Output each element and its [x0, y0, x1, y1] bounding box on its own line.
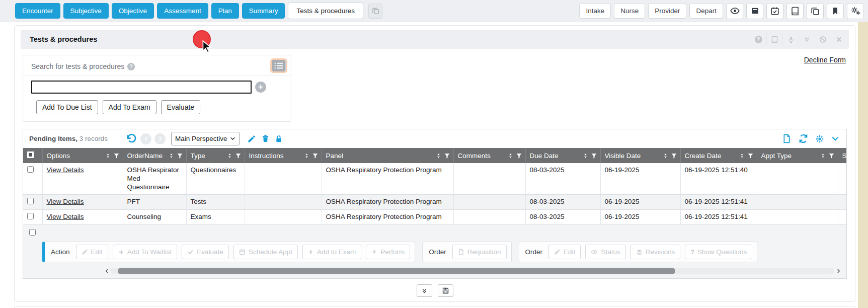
add-to-exam-button[interactable]: Add To Exam: [103, 100, 156, 114]
new-row-checkbox[interactable]: [29, 229, 36, 236]
evaluate-button[interactable]: Evaluate: [182, 245, 229, 259]
decline-ban-icon-button[interactable]: [815, 33, 831, 45]
sort-icon[interactable]: [739, 152, 745, 159]
view-details-link[interactable]: View Details: [47, 166, 84, 174]
row-checkbox[interactable]: [27, 166, 34, 173]
tab-assessment[interactable]: Assessment: [157, 3, 208, 19]
lock-icon-button[interactable]: [275, 135, 283, 143]
book-icon-button[interactable]: [766, 33, 782, 45]
tab-summary[interactable]: Summary: [242, 3, 285, 19]
column-comments[interactable]: Comments: [453, 148, 525, 163]
row-checkbox[interactable]: [27, 198, 34, 204]
filter-funnel-icon[interactable]: [671, 152, 677, 159]
order-edit-button[interactable]: Edit: [548, 245, 581, 259]
collapse-section-button[interactable]: [417, 284, 432, 297]
edit-perspective-icon-button[interactable]: [247, 134, 256, 143]
next-page-button[interactable]: [154, 133, 166, 144]
column-status-partial[interactable]: S: [838, 148, 847, 163]
column-due-date[interactable]: Due Date: [525, 148, 600, 163]
sort-icon[interactable]: [105, 152, 111, 159]
depart-button[interactable]: Depart: [689, 3, 723, 19]
sort-icon[interactable]: [227, 152, 232, 159]
tab-encounter[interactable]: Encounter: [15, 3, 60, 19]
prev-page-button[interactable]: [140, 133, 151, 144]
scrollbar-thumb[interactable]: [118, 268, 675, 274]
help-question-icon[interactable]: [127, 63, 135, 70]
add-plus-icon[interactable]: [255, 82, 266, 93]
filter-funnel-icon[interactable]: [312, 152, 319, 159]
column-visible-date[interactable]: Visible Date: [600, 148, 680, 163]
edit-button[interactable]: Edit: [76, 245, 108, 259]
intake-button[interactable]: Intake: [579, 3, 611, 19]
filter-funnel-icon[interactable]: [747, 152, 754, 159]
list-view-icon-button[interactable]: [272, 60, 286, 71]
filter-funnel-icon[interactable]: [591, 152, 597, 159]
close-icon-button[interactable]: [831, 33, 847, 45]
inbox-icon-button[interactable]: [746, 3, 763, 19]
calendar-check-icon-button[interactable]: [766, 3, 783, 19]
column-type[interactable]: Type: [186, 148, 245, 163]
copy-icon-button[interactable]: [807, 3, 824, 19]
refresh-icon-button[interactable]: [799, 134, 808, 143]
book-icon-button[interactable]: [786, 3, 804, 19]
settings-gears-icon-button[interactable]: [847, 3, 864, 19]
filter-funnel-icon[interactable]: [113, 152, 120, 159]
tab-objective[interactable]: Objective: [112, 3, 154, 19]
select-all-header[interactable]: [23, 148, 42, 163]
column-create-date[interactable]: Create Date: [680, 148, 757, 163]
column-instructions[interactable]: Instructions: [245, 148, 322, 163]
filter-funnel-icon[interactable]: [444, 152, 450, 159]
eye-icon-button[interactable]: [726, 3, 743, 19]
column-options[interactable]: Options: [42, 148, 123, 163]
copy-tab-icon-button[interactable]: [368, 4, 382, 19]
filter-funnel-icon[interactable]: [235, 152, 242, 159]
add-to-waitlist-button[interactable]: Add To Waitlist: [113, 245, 178, 259]
column-ordername[interactable]: OrderName: [123, 148, 186, 163]
filter-funnel-icon[interactable]: [516, 152, 522, 159]
add-to-exam-button[interactable]: Add to Exam: [302, 245, 361, 259]
tab-subjective[interactable]: Subjective: [63, 3, 109, 19]
scroll-left-arrow[interactable]: [103, 268, 111, 274]
provider-button[interactable]: Provider: [648, 3, 686, 19]
tab-plan[interactable]: Plan: [211, 3, 239, 19]
requisition-button[interactable]: Requisition: [452, 245, 507, 259]
save-button[interactable]: [438, 284, 453, 297]
decline-form-link[interactable]: Decline Form: [804, 56, 846, 64]
bookmark-icon-button[interactable]: [827, 3, 844, 19]
sort-icon[interactable]: [820, 152, 826, 159]
microphone-icon-button[interactable]: [782, 33, 799, 45]
sort-icon[interactable]: [304, 152, 309, 159]
scrollbar-track[interactable]: [111, 268, 834, 274]
evaluate-button[interactable]: Evaluate: [161, 100, 200, 114]
column-appt-type[interactable]: Appt Type: [757, 148, 838, 163]
sort-icon[interactable]: [436, 152, 441, 159]
delete-perspective-icon-button[interactable]: [261, 134, 270, 143]
row-checkbox[interactable]: [27, 213, 34, 219]
filter-funnel-icon[interactable]: [828, 152, 835, 159]
view-details-link[interactable]: View Details: [47, 198, 84, 205]
perspective-select[interactable]: Main Perspective: [171, 132, 240, 145]
select-all-checkbox[interactable]: [27, 151, 34, 158]
sort-icon[interactable]: [583, 152, 588, 159]
nurse-button[interactable]: Nurse: [614, 3, 645, 19]
sort-icon[interactable]: [169, 152, 174, 159]
sort-icon[interactable]: [508, 152, 513, 159]
tab-tests-procedures[interactable]: Tests & procedures: [288, 3, 363, 19]
help-icon-button[interactable]: [750, 33, 766, 45]
collapse-grid-icon-button[interactable]: [831, 135, 839, 143]
new-document-icon-button[interactable]: [782, 134, 792, 143]
show-questions-button[interactable]: ?Show Questions: [685, 245, 752, 259]
undo-icon-button[interactable]: [126, 133, 136, 144]
add-to-due-list-button[interactable]: Add To Due List: [36, 100, 98, 114]
search-input[interactable]: [31, 81, 252, 94]
filter-funnel-icon[interactable]: [177, 152, 183, 159]
sort-icon[interactable]: [663, 152, 668, 159]
view-details-link[interactable]: View Details: [47, 213, 84, 220]
grid-settings-icon-button[interactable]: [815, 134, 824, 143]
collapse-icon-button[interactable]: [799, 33, 815, 45]
column-panel[interactable]: Panel: [322, 148, 453, 163]
schedule-appt-button[interactable]: Schedule Appt: [233, 245, 298, 259]
perform-button[interactable]: Perform: [366, 245, 410, 259]
status-button[interactable]: Status: [585, 245, 625, 259]
revisions-button[interactable]: Revisions: [630, 245, 681, 259]
